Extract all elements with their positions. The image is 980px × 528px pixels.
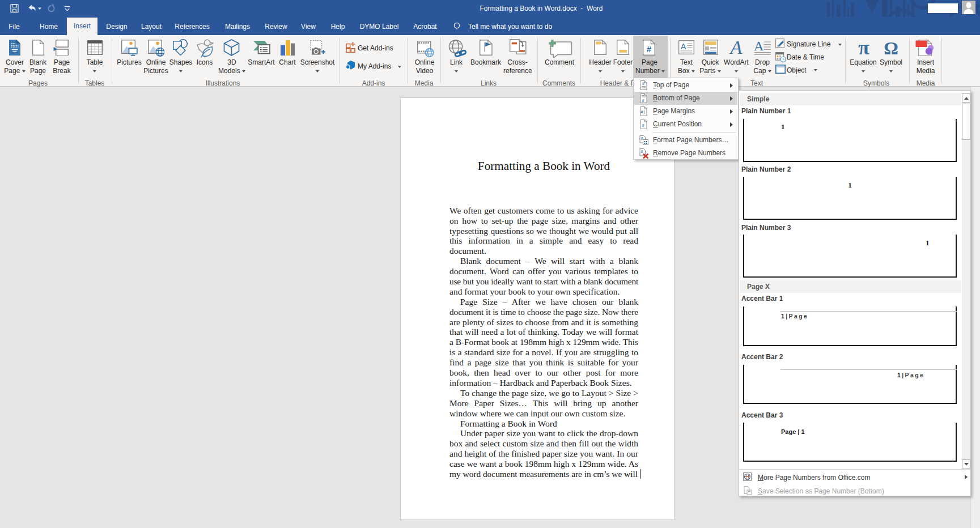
svg-text:#: #: [641, 137, 643, 140]
svg-text:#: #: [647, 44, 652, 54]
svg-text:A: A: [754, 40, 764, 53]
svg-text:#: #: [641, 150, 643, 154]
svg-text:π: π: [858, 39, 869, 58]
svg-text:A: A: [681, 42, 686, 51]
svg-text:A: A: [729, 39, 743, 57]
svg-text:Ω: Ω: [884, 39, 898, 58]
